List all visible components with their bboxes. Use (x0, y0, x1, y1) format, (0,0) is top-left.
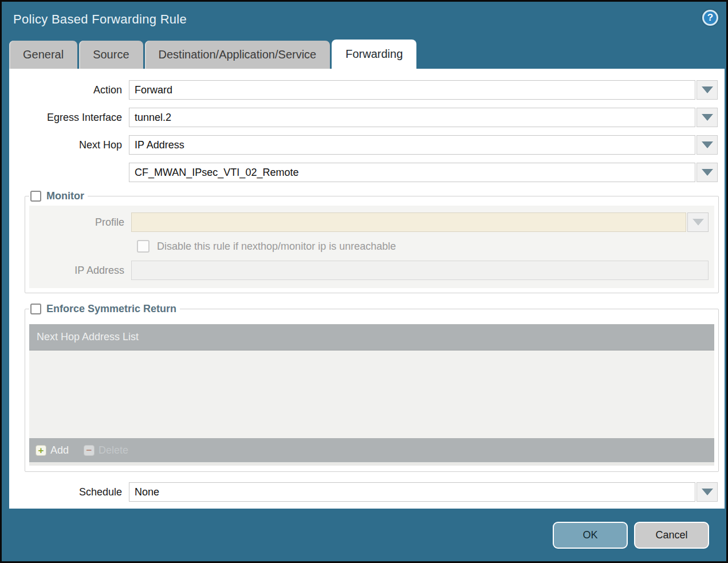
monitor-ip-row: IP Address (29, 261, 711, 280)
egress-interface-row: Egress Interface (9, 108, 718, 127)
schedule-row: Schedule (9, 482, 718, 502)
action-row: Action (9, 80, 718, 100)
chevron-down-icon (702, 141, 713, 148)
add-button-label: Add (50, 444, 69, 456)
tab-destination-application-service[interactable]: Destination/Application/Service (145, 41, 330, 69)
schedule-label: Schedule (9, 482, 129, 502)
minus-icon: − (84, 445, 95, 456)
chevron-down-icon (702, 489, 713, 495)
symmetric-return-legend: Enforce Symmetric Return (29, 303, 180, 315)
table-footer: + Add − Delete (29, 438, 714, 462)
egress-interface-label: Egress Interface (9, 108, 129, 127)
symmetric-return-fieldset: Enforce Symmetric Return Next Hop Addres… (25, 303, 719, 472)
table-header: Next Hop Address List (29, 324, 714, 351)
delete-button-label: Delete (99, 444, 128, 456)
forwarding-tab-panel: Action Egress Interface Next Hop (9, 69, 725, 509)
cancel-button[interactable]: Cancel (634, 522, 709, 549)
action-dropdown-button[interactable] (696, 80, 718, 100)
tab-forwarding[interactable]: Forwarding (332, 40, 416, 69)
schedule-input[interactable] (129, 482, 695, 502)
action-input[interactable] (129, 80, 695, 100)
monitor-ip-input (131, 261, 709, 280)
profile-row: Profile (29, 212, 711, 232)
next-hop-address-row (9, 163, 718, 182)
monitor-fieldset: Monitor Profile Disable this rule if nex… (25, 190, 719, 293)
symmetric-return-checkbox[interactable] (30, 304, 41, 314)
monitor-legend-label: Monitor (46, 190, 84, 202)
monitor-inner: Profile Disable this rule if nexthop/mon… (29, 206, 714, 288)
tab-general[interactable]: General (9, 41, 77, 69)
delete-button: − Delete (84, 444, 128, 456)
dialog-title: Policy Based Forwarding Rule (13, 12, 187, 27)
schedule-dropdown-button[interactable] (696, 482, 718, 502)
pbf-rule-dialog: Policy Based Forwarding Rule ? General S… (0, 0, 728, 563)
egress-interface-input[interactable] (129, 108, 695, 127)
chevron-down-icon (702, 169, 713, 176)
profile-input (131, 212, 686, 232)
table-bottom-strip (29, 462, 714, 466)
tab-source[interactable]: Source (79, 41, 143, 69)
next-hop-label: Next Hop (9, 135, 129, 155)
ok-button[interactable]: OK (553, 522, 628, 549)
disable-rule-checkbox (137, 240, 149, 253)
chevron-down-icon (692, 219, 704, 226)
symmetric-return-legend-label: Enforce Symmetric Return (46, 303, 176, 315)
plus-icon: + (36, 445, 46, 456)
profile-label: Profile (29, 212, 131, 232)
next-hop-type-dropdown-button[interactable] (696, 135, 718, 155)
monitor-checkbox[interactable] (30, 191, 41, 202)
disable-rule-row: Disable this rule if nexthop/monitor ip … (137, 239, 714, 253)
egress-interface-dropdown-button[interactable] (696, 108, 718, 127)
monitor-legend: Monitor (29, 190, 88, 202)
next-hop-address-input[interactable] (129, 163, 695, 182)
help-icon[interactable]: ? (702, 10, 718, 26)
tab-bar: General Source Destination/Application/S… (9, 40, 416, 69)
next-hop-address-label-spacer (9, 163, 129, 182)
disable-rule-label: Disable this rule if nexthop/monitor ip … (157, 241, 396, 253)
next-hop-type-input[interactable] (129, 135, 695, 155)
chevron-down-icon (702, 86, 713, 93)
chevron-down-icon (702, 114, 713, 121)
table-body-empty[interactable] (29, 351, 714, 438)
next-hop-row: Next Hop (9, 135, 718, 155)
monitor-ip-label: IP Address (29, 261, 131, 280)
add-button[interactable]: + Add (36, 444, 69, 456)
next-hop-address-dropdown-button[interactable] (696, 163, 718, 182)
next-hop-address-table: Next Hop Address List + Add − Delete (29, 324, 714, 466)
action-label: Action (9, 80, 129, 100)
profile-dropdown-button (687, 212, 709, 232)
